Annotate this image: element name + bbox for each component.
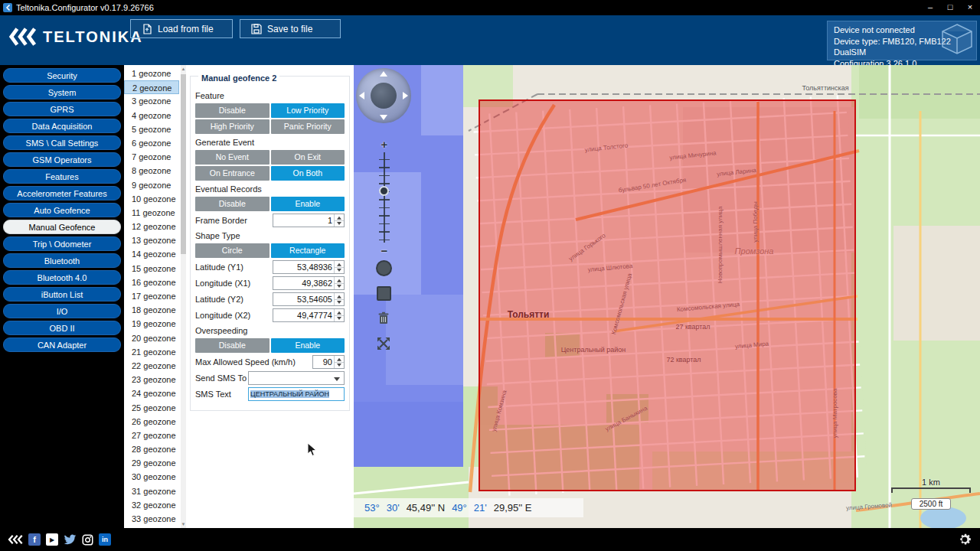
eventual-records-disable-button[interactable]: Disable: [195, 197, 270, 211]
spinner-control[interactable]: [334, 277, 344, 289]
sidebar-item-can-adapter[interactable]: CAN Adapter: [3, 337, 121, 352]
geozone-item[interactable]: 15 geozone: [124, 262, 186, 276]
pan-up-icon[interactable]: [380, 71, 387, 77]
shape-type-rectangle-button[interactable]: Rectangle: [271, 243, 345, 258]
geozone-item[interactable]: 11 geozone: [124, 206, 186, 220]
map-zoom-slider[interactable]: + −: [376, 139, 393, 256]
zoom-track[interactable]: [379, 152, 390, 243]
longitude-x2-input[interactable]: 49,47774: [273, 308, 345, 322]
instagram-icon[interactable]: [82, 534, 93, 546]
sidebar-item-gsm-operators[interactable]: GSM Operators: [3, 152, 121, 167]
linkedin-icon[interactable]: in: [99, 533, 111, 546]
overspeeding-enable-button[interactable]: Enable: [271, 338, 345, 353]
sidebar-item-sms-call-settings[interactable]: SMS \ Call Settings: [3, 135, 121, 150]
longitude-x1-input[interactable]: 49,3862: [273, 276, 345, 290]
latitude-y1-input[interactable]: 53,48936: [273, 260, 345, 274]
scroll-up-icon[interactable]: ▲: [181, 65, 186, 73]
save-to-file-button[interactable]: Save to file: [240, 19, 341, 38]
sidebar-item-manual-geofence[interactable]: Manual Geofence: [3, 220, 121, 234]
close-button[interactable]: ×: [960, 0, 980, 15]
teltonika-icon[interactable]: [8, 534, 23, 545]
geozone-item[interactable]: 20 geozone: [124, 331, 186, 345]
sidebar-item-bluetooth-4-0[interactable]: Bluetooth 4.0: [3, 270, 121, 285]
frame-border-input[interactable]: 1: [273, 214, 345, 227]
pan-right-icon[interactable]: [403, 92, 408, 99]
zoom-thumb[interactable]: [379, 186, 389, 196]
geofence-rectangle[interactable]: [479, 99, 856, 491]
geozone-item[interactable]: 7 geozone: [124, 150, 186, 164]
geozone-item[interactable]: 19 geozone: [124, 317, 186, 331]
sidebar-item-ibutton-list[interactable]: iButton List: [3, 287, 121, 302]
geozone-item[interactable]: 24 geozone: [124, 386, 186, 400]
move-shape-tool[interactable]: [374, 334, 394, 354]
twitter-icon[interactable]: [64, 534, 77, 546]
sidebar-item-accelerometer-features[interactable]: Accelerometer Features: [3, 186, 121, 201]
sidebar-item-bluetooth[interactable]: Bluetooth: [3, 253, 121, 268]
pan-center-knob[interactable]: [371, 83, 397, 109]
geozone-item[interactable]: 10 geozone: [124, 192, 186, 206]
geozone-item[interactable]: 12 geozone: [124, 220, 186, 233]
sidebar-item-system[interactable]: System: [3, 85, 121, 99]
geozone-item[interactable]: 22 geozone: [124, 359, 186, 373]
sidebar-item-trip-odometer[interactable]: Trip \ Odometer: [3, 236, 121, 251]
sidebar-item-auto-geofence[interactable]: Auto Geofence: [3, 203, 121, 217]
geozone-item[interactable]: 21 geozone: [124, 345, 186, 359]
feature-high-priority-button[interactable]: High Priority: [195, 119, 270, 134]
send-sms-to-dropdown[interactable]: [248, 371, 345, 385]
delete-shape-tool[interactable]: [374, 308, 394, 328]
geozone-item[interactable]: 13 geozone: [124, 233, 186, 247]
geozone-item[interactable]: 23 geozone: [124, 373, 186, 386]
geozone-item[interactable]: 6 geozone: [124, 136, 186, 150]
feature-low-priority-button[interactable]: Low Priority: [271, 103, 345, 118]
max-allowed-speed-km-h-input[interactable]: 90: [312, 355, 345, 369]
minimize-button[interactable]: –: [920, 0, 940, 15]
eventual-records-enable-button[interactable]: Enable: [271, 197, 345, 211]
pan-left-icon[interactable]: [359, 92, 364, 99]
maximize-button[interactable]: □: [940, 0, 960, 15]
sidebar-item-features[interactable]: Features: [3, 169, 121, 184]
generate-event-on-both-button[interactable]: On Both: [271, 166, 345, 181]
geozone-item[interactable]: 2 geozone: [124, 80, 179, 94]
geozone-item[interactable]: 3 geozone: [124, 94, 186, 108]
geozone-item[interactable]: 31 geozone: [124, 484, 186, 498]
geozone-item[interactable]: 18 geozone: [124, 303, 186, 317]
zoom-out-button[interactable]: −: [376, 245, 393, 256]
pan-down-icon[interactable]: [380, 115, 387, 120]
map-pan-control[interactable]: [356, 68, 411, 123]
generate-event-no-event-button[interactable]: No Event: [195, 150, 270, 165]
generate-event-on-exit-button[interactable]: On Exit: [271, 150, 345, 165]
feature-disable-button[interactable]: Disable: [195, 103, 270, 118]
draw-circle-tool[interactable]: [374, 258, 394, 278]
spinner-control[interactable]: [334, 309, 344, 321]
shape-type-circle-button[interactable]: Circle: [195, 243, 270, 258]
geozone-item[interactable]: 16 geozone: [124, 276, 186, 289]
geozone-item[interactable]: 32 geozone: [124, 498, 186, 512]
sms-text-input[interactable]: ЦЕНТРАЛЬНЫЙ РАЙОН: [248, 387, 345, 401]
geozone-item[interactable]: 1 geozone: [124, 67, 186, 80]
youtube-icon[interactable]: ▶: [46, 533, 58, 546]
spinner-control[interactable]: [334, 214, 344, 227]
geozone-item[interactable]: 30 geozone: [124, 470, 186, 484]
spinner-control[interactable]: [334, 293, 344, 305]
geozone-item[interactable]: 17 geozone: [124, 289, 186, 303]
spinner-control[interactable]: [334, 356, 344, 368]
spinner-control[interactable]: [334, 261, 344, 273]
scrollbar-thumb[interactable]: [181, 74, 186, 254]
sidebar-item-i-o[interactable]: I/O: [3, 304, 121, 318]
geozone-item[interactable]: 28 geozone: [124, 442, 186, 456]
overspeeding-disable-button[interactable]: Disable: [195, 338, 270, 353]
map-container[interactable]: Тольяттинскаяулица Толстогоулица Мичурин…: [354, 65, 980, 528]
sidebar-item-obd-ii[interactable]: OBD II: [3, 321, 121, 335]
generate-event-on-entrance-button[interactable]: On Entrance: [195, 166, 270, 181]
feature-panic-priority-button[interactable]: Panic Priority: [271, 119, 345, 134]
geozone-item[interactable]: 29 geozone: [124, 456, 186, 470]
sidebar-item-gprs[interactable]: GPRS: [3, 102, 121, 116]
sidebar-item-security[interactable]: Security: [3, 68, 121, 83]
latitude-y2-input[interactable]: 53,54605: [273, 292, 345, 306]
draw-rectangle-tool[interactable]: [374, 283, 394, 303]
geozone-item[interactable]: 14 geozone: [124, 247, 186, 261]
geozone-scrollbar[interactable]: ▲ ▼: [181, 65, 186, 528]
geozone-item[interactable]: 25 geozone: [124, 401, 186, 415]
geozone-item[interactable]: 33 geozone: [124, 512, 186, 526]
facebook-icon[interactable]: f: [28, 533, 41, 546]
